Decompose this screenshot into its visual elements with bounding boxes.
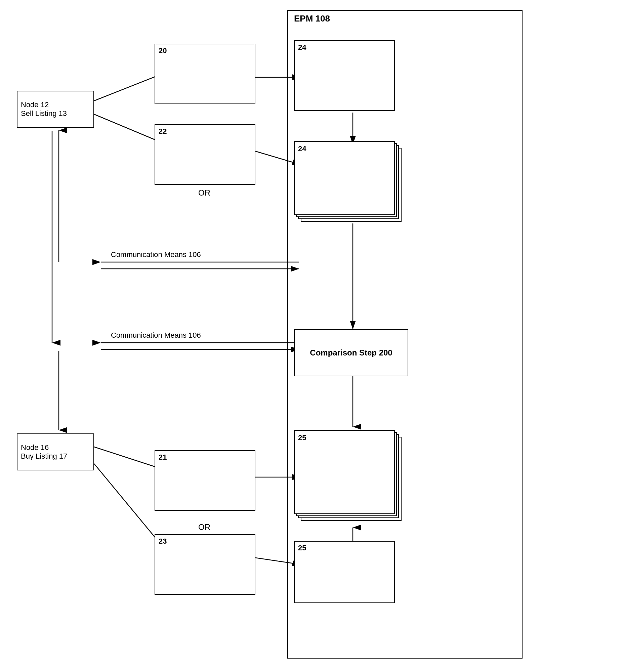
- diagram: EPM 108 Node 12 Sell Listing 13 20 22 OR…: [0, 0, 624, 672]
- comm-means-bottom-label: Communication Means 106: [111, 331, 201, 340]
- or-bottom-label: OR: [198, 522, 210, 532]
- box25bottom-label: 25: [298, 544, 306, 552]
- box25stack-label: 25: [298, 434, 306, 442]
- or-top-label: OR: [198, 188, 210, 198]
- node12-line2: Sell Listing 13: [21, 109, 67, 118]
- box-23: 23: [155, 534, 255, 595]
- box24stack-label: 24: [298, 145, 306, 153]
- box21-label: 21: [159, 453, 167, 462]
- node16-line1: Node 16: [21, 443, 49, 452]
- box22-label: 22: [159, 127, 167, 136]
- node12-line1: Node 12: [21, 101, 49, 109]
- box23-label: 23: [159, 537, 167, 546]
- node16-line2: Buy Listing 17: [21, 452, 67, 461]
- node16-box: Node 16 Buy Listing 17: [17, 434, 94, 470]
- epm-label: EPM 108: [294, 14, 330, 24]
- comparison-step-label: Comparison Step 200: [310, 348, 392, 358]
- box-22: 22: [155, 124, 255, 185]
- box-24-top: 24: [294, 40, 395, 111]
- box-21: 21: [155, 450, 255, 511]
- comparison-step-box: Comparison Step 200: [294, 329, 408, 376]
- box24top-label: 24: [298, 43, 306, 52]
- comm-means-top-label: Communication Means 106: [111, 250, 201, 259]
- box-25-bottom: 25: [294, 541, 395, 603]
- box-24-stack: 24: [294, 141, 405, 222]
- box20-label: 20: [159, 46, 167, 55]
- node12-box: Node 12 Sell Listing 13: [17, 91, 94, 128]
- box-25-stack: 25: [294, 430, 405, 524]
- box-20: 20: [155, 44, 255, 104]
